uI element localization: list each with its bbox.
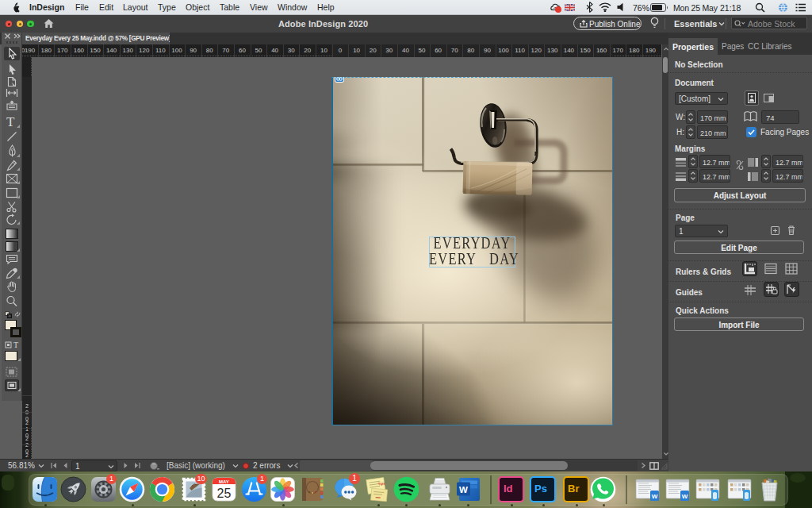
svg-text:MAY: MAY: [219, 479, 229, 484]
svg-text:25: 25: [217, 487, 232, 500]
svg-text:W: W: [652, 493, 658, 500]
svg-text:W: W: [682, 493, 688, 500]
svg-text:W: W: [459, 485, 468, 495]
